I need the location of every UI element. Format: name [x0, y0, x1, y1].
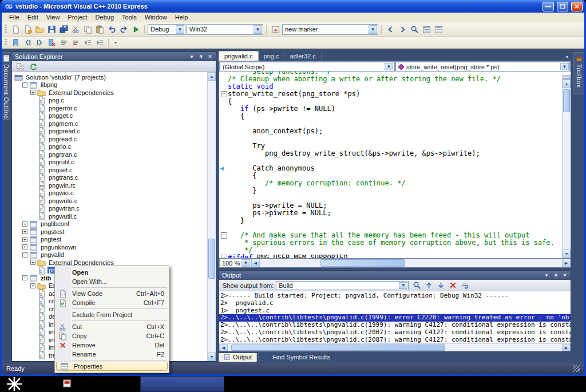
code-line[interactable]: png_destroy_write_struct(&ps->pwrite, &p…	[219, 150, 562, 157]
code-line[interactable]: anon_context(ps);	[219, 128, 562, 135]
tree-item[interactable]: -pngvalid	[13, 251, 207, 259]
decrease-indent-icon[interactable]	[82, 37, 93, 48]
output-hscrollbar[interactable]: ◀ ▶	[219, 343, 571, 351]
tree-item[interactable]: Cpngmem.c	[13, 120, 207, 128]
new-file-icon[interactable]	[10, 24, 21, 35]
tab-output[interactable]: Output	[219, 353, 257, 362]
editor-scrollbar[interactable]: ▲ ▼	[562, 75, 571, 258]
chevron-down-icon[interactable]: ▼	[176, 25, 184, 34]
previous-bookmark-icon[interactable]	[22, 37, 33, 48]
tab-list-icon[interactable]: ▾	[563, 53, 571, 61]
undo-icon[interactable]	[106, 24, 117, 35]
code-line[interactable]: ps->piwrite = NULL;	[219, 209, 562, 217]
menu-window[interactable]: Window	[141, 13, 171, 21]
output-line[interactable]: 2>..\..\..\contrib\libtests\pngvalid.c(2…	[220, 336, 571, 343]
tree-item[interactable]: +pnglibconf	[13, 220, 207, 228]
context-menu-item-copy[interactable]: CopyCtrl+C	[55, 331, 169, 340]
platform-combo[interactable]: Win32▼	[187, 24, 263, 35]
window-position-icon[interactable]: ▾	[543, 272, 551, 279]
expand-icon[interactable]: +	[22, 244, 27, 250]
desktop-icon-1[interactable]	[7, 377, 22, 391]
tab-adler32-c[interactable]: adler32.c	[284, 52, 321, 61]
collapse-icon[interactable]: -	[22, 275, 27, 280]
increase-indent-icon[interactable]	[94, 37, 105, 48]
close-button[interactable]: ✕	[571, 2, 583, 11]
code-line[interactable]: if (ps->pwrite != NULL)	[219, 105, 562, 113]
tree-item[interactable]: +pngtest	[13, 236, 207, 244]
expand-icon[interactable]: +	[30, 283, 35, 288]
save-all-icon[interactable]	[58, 24, 69, 35]
context-menu-item-exclude-from-project[interactable]: Exclude From Project	[55, 310, 169, 319]
open-folder-icon[interactable]	[34, 24, 45, 35]
uncomment-icon[interactable]	[70, 37, 81, 48]
tree-item[interactable]: Solution 'vstudio' (7 projects)	[13, 73, 207, 81]
find-message-icon[interactable]	[411, 280, 422, 291]
expand-icon[interactable]: +	[22, 237, 27, 242]
tree-item[interactable]: Cpngget.c	[13, 112, 207, 120]
tree-item[interactable]: Cpngwutil.c	[13, 212, 207, 220]
tree-item[interactable]: Cpngwrite.c	[13, 197, 207, 205]
pin-icon[interactable]	[552, 272, 560, 279]
zoom-combo[interactable]: 100 %▼	[219, 259, 251, 267]
tree-item[interactable]: Cpngwtran.c	[13, 205, 207, 213]
scroll-down-icon[interactable]: ▼	[208, 353, 216, 361]
navigate-forward-icon[interactable]	[397, 24, 408, 35]
code-line[interactable]: }	[219, 187, 562, 195]
close-icon[interactable]: ✕	[561, 272, 569, 279]
output-caption[interactable]: Output ▾ ✕	[219, 271, 571, 280]
scroll-down-icon[interactable]: ▼	[563, 250, 571, 258]
toolbar-grip[interactable]	[5, 39, 7, 46]
find-in-files-icon[interactable]	[409, 24, 420, 35]
tree-item[interactable]: Cpngset.c	[13, 166, 207, 174]
marker-combo[interactable]: new marker▼	[282, 24, 378, 35]
scroll-up-icon[interactable]: ▲	[563, 80, 571, 88]
tab-find-symbol-results[interactable]: Find Symbol Results	[258, 353, 335, 362]
menu-tools[interactable]: Tools	[118, 13, 141, 21]
chevron-down-icon[interactable]: ▼	[241, 259, 250, 267]
expand-icon[interactable]: +	[30, 90, 35, 95]
scroll-left-icon[interactable]: ◀	[251, 259, 260, 267]
menu-view[interactable]: View	[42, 13, 64, 21]
solution-explorer-icon[interactable]	[421, 24, 432, 35]
desktop-icon-2[interactable]	[63, 379, 71, 387]
tree-item[interactable]: Cpngwio.c	[13, 189, 207, 197]
previous-message-icon[interactable]	[423, 280, 434, 291]
title-bar[interactable]: vstudio - Microsoft Visual C++ 2010 Expr…	[2, 0, 584, 13]
tree-item[interactable]: Cpngpread.c	[13, 128, 207, 136]
sidebar-tab-document-outline[interactable]: Document Outline	[2, 52, 11, 120]
next-message-icon[interactable]	[435, 280, 446, 291]
marker-icon[interactable]	[270, 24, 281, 35]
editor-hscrollbar[interactable]: ◀ ▶	[251, 259, 571, 267]
menu-edit[interactable]: Edit	[23, 13, 42, 21]
comment-icon[interactable]	[58, 37, 69, 48]
code-line[interactable]: Catch_anonymous	[219, 165, 562, 172]
context-menu-item-open[interactable]: Open	[55, 268, 169, 277]
collapse-icon[interactable]: -	[22, 252, 27, 258]
expand-icon[interactable]: +	[22, 229, 27, 234]
context-menu-item-rename[interactable]: RenameF2	[55, 350, 169, 359]
menu-file[interactable]: File	[5, 13, 23, 21]
sidebar-tab-toolbox[interactable]: Toolbox	[573, 52, 584, 94]
pin-icon[interactable]	[197, 53, 205, 61]
context-menu-item-properties[interactable]: Properties	[56, 362, 168, 371]
menu-project[interactable]: Project	[64, 13, 91, 21]
refresh-icon[interactable]	[27, 61, 39, 72]
show-all-files-icon[interactable]	[14, 61, 26, 72]
solution-explorer-caption[interactable]: Solution Explorer ▾ ✕	[12, 52, 216, 61]
cut-icon[interactable]	[70, 24, 81, 35]
paste-icon[interactable]	[94, 24, 105, 35]
save-icon[interactable]	[46, 24, 57, 35]
collapse-icon[interactable]	[219, 90, 228, 98]
code-line[interactable]	[219, 135, 562, 142]
collapse-icon[interactable]	[219, 254, 228, 258]
tree-item[interactable]: +External Dependencies	[13, 89, 207, 97]
toolbar-overflow-icon[interactable]: ▾	[112, 39, 120, 46]
output-line[interactable]: 2>------ Build started: Project: pngvali…	[220, 292, 571, 300]
tab-png-c[interactable]: png.c	[259, 52, 285, 61]
expand-icon[interactable]: +	[22, 221, 27, 227]
chevron-down-icon[interactable]: ▼	[369, 25, 377, 34]
chevron-down-icon[interactable]: ▼	[399, 282, 407, 289]
tree-item[interactable]: Cpngtrans.c	[13, 174, 207, 182]
tree-item[interactable]: Cpngrtran.c	[13, 151, 207, 159]
next-bookmark-icon[interactable]	[34, 37, 45, 48]
